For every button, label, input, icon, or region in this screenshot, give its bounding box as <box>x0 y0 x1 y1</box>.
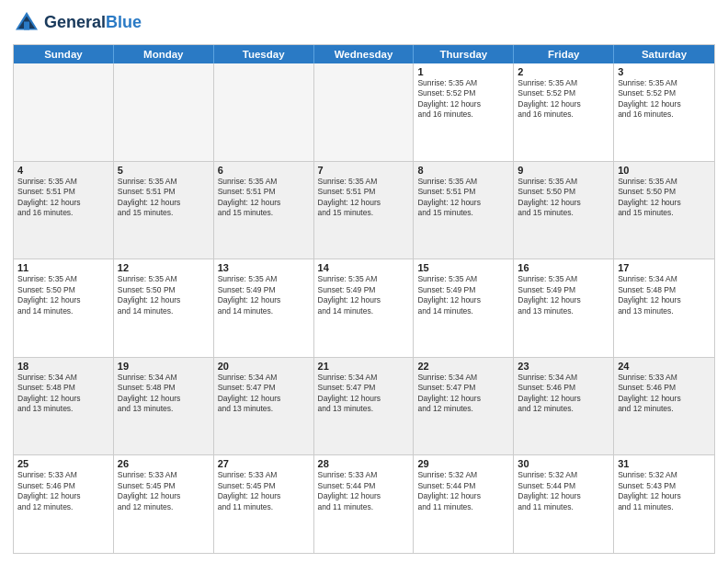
day-info: Sunrise: 5:35 AM Sunset: 5:51 PM Dayligh… <box>417 177 509 219</box>
day-number: 4 <box>17 165 109 176</box>
calendar-cell: 19Sunrise: 5:34 AM Sunset: 5:48 PM Dayli… <box>114 358 214 455</box>
calendar-row-0: 1Sunrise: 5:35 AM Sunset: 5:52 PM Daylig… <box>14 63 714 161</box>
calendar-cell <box>214 63 314 161</box>
calendar-cell: 1Sunrise: 5:35 AM Sunset: 5:52 PM Daylig… <box>414 63 514 161</box>
calendar-cell: 30Sunrise: 5:32 AM Sunset: 5:44 PM Dayli… <box>514 455 614 553</box>
day-number: 18 <box>17 361 109 372</box>
calendar-cell: 5Sunrise: 5:35 AM Sunset: 5:51 PM Daylig… <box>114 162 214 259</box>
header-day-wednesday: Wednesday <box>314 45 415 63</box>
day-number: 12 <box>118 262 210 273</box>
day-info: Sunrise: 5:33 AM Sunset: 5:44 PM Dayligh… <box>318 470 410 512</box>
day-info: Sunrise: 5:35 AM Sunset: 5:49 PM Dayligh… <box>518 274 609 316</box>
day-number: 28 <box>318 458 410 469</box>
calendar-cell: 21Sunrise: 5:34 AM Sunset: 5:47 PM Dayli… <box>314 358 415 455</box>
day-info: Sunrise: 5:35 AM Sunset: 5:50 PM Dayligh… <box>618 177 711 219</box>
calendar-row-2: 11Sunrise: 5:35 AM Sunset: 5:50 PM Dayli… <box>14 259 714 357</box>
day-info: Sunrise: 5:34 AM Sunset: 5:48 PM Dayligh… <box>118 373 210 415</box>
day-info: Sunrise: 5:35 AM Sunset: 5:51 PM Dayligh… <box>118 177 210 219</box>
logo: GeneralBlue <box>13 9 142 37</box>
calendar-cell: 12Sunrise: 5:35 AM Sunset: 5:50 PM Dayli… <box>114 259 214 357</box>
day-info: Sunrise: 5:35 AM Sunset: 5:49 PM Dayligh… <box>417 274 509 316</box>
day-info: Sunrise: 5:35 AM Sunset: 5:51 PM Dayligh… <box>318 177 410 219</box>
calendar-cell: 8Sunrise: 5:35 AM Sunset: 5:51 PM Daylig… <box>414 162 514 259</box>
calendar-cell: 2Sunrise: 5:35 AM Sunset: 5:52 PM Daylig… <box>514 63 614 161</box>
header-day-thursday: Thursday <box>414 45 514 63</box>
header-day-friday: Friday <box>514 45 614 63</box>
header-day-saturday: Saturday <box>614 45 714 63</box>
logo-icon <box>13 9 40 37</box>
day-number: 24 <box>618 361 711 372</box>
calendar-cell: 3Sunrise: 5:35 AM Sunset: 5:52 PM Daylig… <box>614 63 714 161</box>
calendar-cell <box>314 63 415 161</box>
day-info: Sunrise: 5:32 AM Sunset: 5:44 PM Dayligh… <box>518 470 609 512</box>
calendar-cell: 10Sunrise: 5:35 AM Sunset: 5:50 PM Dayli… <box>614 162 714 259</box>
day-number: 25 <box>17 458 109 469</box>
day-info: Sunrise: 5:34 AM Sunset: 5:46 PM Dayligh… <box>518 373 609 415</box>
day-number: 27 <box>218 458 310 469</box>
header-day-tuesday: Tuesday <box>214 45 314 63</box>
day-number: 15 <box>417 262 509 273</box>
day-info: Sunrise: 5:34 AM Sunset: 5:47 PM Dayligh… <box>218 373 310 415</box>
calendar-cell: 14Sunrise: 5:35 AM Sunset: 5:49 PM Dayli… <box>314 259 415 357</box>
day-info: Sunrise: 5:35 AM Sunset: 5:52 PM Dayligh… <box>417 78 509 121</box>
calendar-cell: 13Sunrise: 5:35 AM Sunset: 5:49 PM Dayli… <box>214 259 314 357</box>
calendar-cell: 15Sunrise: 5:35 AM Sunset: 5:49 PM Dayli… <box>414 259 514 357</box>
calendar-cell: 17Sunrise: 5:34 AM Sunset: 5:48 PM Dayli… <box>614 259 714 357</box>
header: GeneralBlue <box>13 9 715 37</box>
day-number: 8 <box>417 165 509 176</box>
calendar-row-3: 18Sunrise: 5:34 AM Sunset: 5:48 PM Dayli… <box>14 357 714 455</box>
day-info: Sunrise: 5:35 AM Sunset: 5:50 PM Dayligh… <box>518 177 609 219</box>
day-info: Sunrise: 5:34 AM Sunset: 5:47 PM Dayligh… <box>318 373 410 415</box>
day-info: Sunrise: 5:35 AM Sunset: 5:49 PM Dayligh… <box>218 274 310 316</box>
day-number: 26 <box>118 458 210 469</box>
calendar: SundayMondayTuesdayWednesdayThursdayFrid… <box>13 44 715 554</box>
day-number: 29 <box>417 458 509 469</box>
day-info: Sunrise: 5:33 AM Sunset: 5:46 PM Dayligh… <box>618 373 711 415</box>
day-number: 13 <box>218 262 310 273</box>
day-info: Sunrise: 5:33 AM Sunset: 5:46 PM Dayligh… <box>17 470 109 512</box>
calendar-cell: 24Sunrise: 5:33 AM Sunset: 5:46 PM Dayli… <box>614 358 714 455</box>
day-info: Sunrise: 5:33 AM Sunset: 5:45 PM Dayligh… <box>118 470 210 512</box>
day-number: 9 <box>518 165 609 176</box>
day-info: Sunrise: 5:34 AM Sunset: 5:48 PM Dayligh… <box>17 373 109 415</box>
day-number: 2 <box>518 66 609 77</box>
day-info: Sunrise: 5:34 AM Sunset: 5:48 PM Dayligh… <box>618 274 711 316</box>
day-number: 10 <box>618 165 711 176</box>
calendar-cell: 6Sunrise: 5:35 AM Sunset: 5:51 PM Daylig… <box>214 162 314 259</box>
day-number: 6 <box>218 165 310 176</box>
calendar-cell: 16Sunrise: 5:35 AM Sunset: 5:49 PM Dayli… <box>514 259 614 357</box>
day-number: 1 <box>417 66 509 77</box>
header-day-monday: Monday <box>114 45 214 63</box>
day-number: 31 <box>618 458 711 469</box>
calendar-cell: 25Sunrise: 5:33 AM Sunset: 5:46 PM Dayli… <box>14 455 114 553</box>
calendar-cell: 18Sunrise: 5:34 AM Sunset: 5:48 PM Dayli… <box>14 358 114 455</box>
calendar-cell <box>114 63 214 161</box>
calendar-cell: 4Sunrise: 5:35 AM Sunset: 5:51 PM Daylig… <box>14 162 114 259</box>
day-info: Sunrise: 5:35 AM Sunset: 5:52 PM Dayligh… <box>618 78 711 121</box>
day-number: 3 <box>618 66 711 77</box>
calendar-cell: 22Sunrise: 5:34 AM Sunset: 5:47 PM Dayli… <box>414 358 514 455</box>
page: GeneralBlue SundayMondayTuesdayWednesday… <box>0 0 728 563</box>
logo-text: GeneralBlue <box>44 14 142 32</box>
calendar-cell: 28Sunrise: 5:33 AM Sunset: 5:44 PM Dayli… <box>314 455 415 553</box>
day-number: 7 <box>318 165 410 176</box>
calendar-cell: 9Sunrise: 5:35 AM Sunset: 5:50 PM Daylig… <box>514 162 614 259</box>
day-number: 22 <box>417 361 509 372</box>
day-info: Sunrise: 5:35 AM Sunset: 5:52 PM Dayligh… <box>518 78 609 121</box>
calendar-cell: 26Sunrise: 5:33 AM Sunset: 5:45 PM Dayli… <box>114 455 214 553</box>
logo-line1: GeneralBlue <box>44 14 142 32</box>
day-number: 14 <box>318 262 410 273</box>
day-info: Sunrise: 5:32 AM Sunset: 5:44 PM Dayligh… <box>417 470 509 512</box>
day-number: 19 <box>118 361 210 372</box>
calendar-cell: 23Sunrise: 5:34 AM Sunset: 5:46 PM Dayli… <box>514 358 614 455</box>
day-number: 23 <box>518 361 609 372</box>
calendar-cell: 7Sunrise: 5:35 AM Sunset: 5:51 PM Daylig… <box>314 162 415 259</box>
day-number: 21 <box>318 361 410 372</box>
day-number: 16 <box>518 262 609 273</box>
svg-rect-2 <box>24 22 29 30</box>
day-number: 5 <box>118 165 210 176</box>
calendar-header: SundayMondayTuesdayWednesdayThursdayFrid… <box>14 45 714 63</box>
calendar-row-4: 25Sunrise: 5:33 AM Sunset: 5:46 PM Dayli… <box>14 454 714 553</box>
day-number: 30 <box>518 458 609 469</box>
day-info: Sunrise: 5:35 AM Sunset: 5:51 PM Dayligh… <box>218 177 310 219</box>
